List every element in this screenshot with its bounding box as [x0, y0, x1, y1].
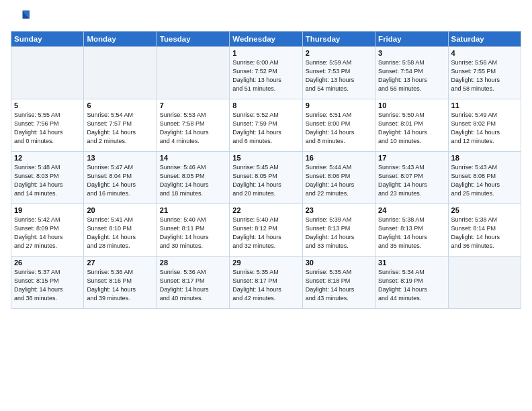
- day-info: Sunrise: 5:48 AMSunset: 8:03 PMDaylight:…: [14, 163, 81, 198]
- day-info: Sunrise: 5:46 AMSunset: 8:05 PMDaylight:…: [160, 163, 226, 198]
- day-cell: 13Sunrise: 5:47 AMSunset: 8:04 PMDayligh…: [84, 152, 157, 204]
- day-number: 14: [160, 154, 226, 162]
- day-cell: 17Sunrise: 5:43 AMSunset: 8:07 PMDayligh…: [375, 152, 448, 204]
- header: [11, 8, 521, 27]
- weekday-header-saturday: Saturday: [448, 32, 521, 47]
- day-info: Sunrise: 5:38 AMSunset: 8:13 PMDaylight:…: [378, 216, 445, 250]
- day-cell: 21Sunrise: 5:40 AMSunset: 8:11 PMDayligh…: [157, 204, 229, 257]
- day-number: 20: [87, 206, 153, 214]
- day-info: Sunrise: 5:52 AMSunset: 7:59 PMDaylight:…: [232, 111, 299, 146]
- day-number: 12: [14, 154, 81, 162]
- day-number: 13: [87, 154, 153, 162]
- day-info: Sunrise: 5:42 AMSunset: 8:09 PMDaylight:…: [14, 216, 81, 250]
- day-info: Sunrise: 5:58 AMSunset: 7:54 PMDaylight:…: [378, 58, 445, 93]
- day-number: 17: [378, 154, 445, 162]
- day-info: Sunrise: 5:56 AMSunset: 7:55 PMDaylight:…: [451, 58, 518, 93]
- day-number: 10: [378, 101, 445, 109]
- day-info: Sunrise: 5:36 AMSunset: 8:16 PMDaylight:…: [87, 268, 153, 303]
- weekday-header-row: SundayMondayTuesdayWednesdayThursdayFrid…: [11, 32, 521, 47]
- day-number: 11: [451, 101, 518, 109]
- day-info: Sunrise: 5:43 AMSunset: 8:07 PMDaylight:…: [378, 163, 445, 198]
- day-number: 9: [306, 101, 372, 109]
- day-info: Sunrise: 5:59 AMSunset: 7:53 PMDaylight:…: [306, 58, 372, 93]
- day-number: 22: [232, 206, 299, 214]
- day-number: 21: [160, 206, 226, 214]
- day-info: Sunrise: 5:47 AMSunset: 8:04 PMDaylight:…: [87, 163, 153, 198]
- day-info: Sunrise: 5:51 AMSunset: 8:00 PMDaylight:…: [306, 111, 372, 146]
- day-cell: 1Sunrise: 6:00 AMSunset: 7:52 PMDaylight…: [230, 47, 302, 99]
- day-cell: 15Sunrise: 5:45 AMSunset: 8:05 PMDayligh…: [230, 152, 302, 204]
- day-cell: 31Sunrise: 5:34 AMSunset: 8:19 PMDayligh…: [375, 257, 448, 309]
- day-cell: [448, 257, 521, 309]
- calendar: SundayMondayTuesdayWednesdayThursdayFrid…: [11, 31, 521, 309]
- day-number: 19: [14, 206, 81, 214]
- weekday-header-thursday: Thursday: [302, 32, 375, 47]
- day-cell: 20Sunrise: 5:41 AMSunset: 8:10 PMDayligh…: [84, 204, 157, 257]
- weekday-header-sunday: Sunday: [11, 32, 84, 47]
- day-info: Sunrise: 5:43 AMSunset: 8:08 PMDaylight:…: [451, 163, 518, 198]
- day-cell: 24Sunrise: 5:38 AMSunset: 8:13 PMDayligh…: [375, 204, 448, 257]
- day-number: 8: [232, 101, 299, 109]
- day-number: 6: [87, 101, 153, 109]
- day-number: 26: [14, 259, 81, 267]
- day-info: Sunrise: 6:00 AMSunset: 7:52 PMDaylight:…: [232, 58, 299, 93]
- day-number: 7: [160, 101, 226, 109]
- day-cell: 30Sunrise: 5:35 AMSunset: 8:18 PMDayligh…: [302, 257, 375, 309]
- weekday-header-wednesday: Wednesday: [230, 32, 302, 47]
- day-info: Sunrise: 5:38 AMSunset: 8:14 PMDaylight:…: [451, 216, 518, 250]
- day-cell: 27Sunrise: 5:36 AMSunset: 8:16 PMDayligh…: [84, 257, 157, 309]
- day-cell: 11Sunrise: 5:49 AMSunset: 8:02 PMDayligh…: [448, 99, 521, 152]
- day-cell: 28Sunrise: 5:36 AMSunset: 8:17 PMDayligh…: [157, 257, 229, 309]
- day-cell: 14Sunrise: 5:46 AMSunset: 8:05 PMDayligh…: [157, 152, 229, 204]
- week-row-5: 26Sunrise: 5:37 AMSunset: 8:15 PMDayligh…: [11, 257, 521, 309]
- day-info: Sunrise: 5:53 AMSunset: 7:58 PMDaylight:…: [160, 111, 226, 146]
- day-number: 30: [306, 259, 372, 267]
- day-number: 16: [306, 154, 372, 162]
- day-number: 18: [451, 154, 518, 162]
- weekday-header-monday: Monday: [84, 32, 157, 47]
- week-row-3: 12Sunrise: 5:48 AMSunset: 8:03 PMDayligh…: [11, 152, 521, 204]
- day-cell: 16Sunrise: 5:44 AMSunset: 8:06 PMDayligh…: [302, 152, 375, 204]
- day-cell: 29Sunrise: 5:35 AMSunset: 8:17 PMDayligh…: [230, 257, 302, 309]
- day-number: 1: [232, 49, 299, 57]
- day-number: 5: [14, 101, 81, 109]
- day-cell: 6Sunrise: 5:54 AMSunset: 7:57 PMDaylight…: [84, 99, 157, 152]
- day-number: 2: [306, 49, 372, 57]
- day-info: Sunrise: 5:44 AMSunset: 8:06 PMDaylight:…: [306, 163, 372, 198]
- day-cell: 5Sunrise: 5:55 AMSunset: 7:56 PMDaylight…: [11, 99, 84, 152]
- day-cell: 18Sunrise: 5:43 AMSunset: 8:08 PMDayligh…: [448, 152, 521, 204]
- logo-icon: [11, 8, 30, 27]
- day-info: Sunrise: 5:34 AMSunset: 8:19 PMDaylight:…: [378, 268, 445, 303]
- day-cell: 4Sunrise: 5:56 AMSunset: 7:55 PMDaylight…: [448, 47, 521, 99]
- day-info: Sunrise: 5:40 AMSunset: 8:11 PMDaylight:…: [160, 216, 226, 250]
- day-info: Sunrise: 5:36 AMSunset: 8:17 PMDaylight:…: [160, 268, 226, 303]
- day-cell: 26Sunrise: 5:37 AMSunset: 8:15 PMDayligh…: [11, 257, 84, 309]
- day-cell: 22Sunrise: 5:40 AMSunset: 8:12 PMDayligh…: [230, 204, 302, 257]
- day-cell: [11, 47, 84, 99]
- day-cell: 19Sunrise: 5:42 AMSunset: 8:09 PMDayligh…: [11, 204, 84, 257]
- day-info: Sunrise: 5:41 AMSunset: 8:10 PMDaylight:…: [87, 216, 153, 250]
- day-info: Sunrise: 5:50 AMSunset: 8:01 PMDaylight:…: [378, 111, 445, 146]
- day-cell: 9Sunrise: 5:51 AMSunset: 8:00 PMDaylight…: [302, 99, 375, 152]
- logo: [11, 8, 32, 27]
- day-number: 31: [378, 259, 445, 267]
- weekday-header-tuesday: Tuesday: [157, 32, 229, 47]
- day-number: 25: [451, 206, 518, 214]
- week-row-4: 19Sunrise: 5:42 AMSunset: 8:09 PMDayligh…: [11, 204, 521, 257]
- day-info: Sunrise: 5:54 AMSunset: 7:57 PMDaylight:…: [87, 111, 153, 146]
- day-cell: [84, 47, 157, 99]
- day-number: 15: [232, 154, 299, 162]
- week-row-2: 5Sunrise: 5:55 AMSunset: 7:56 PMDaylight…: [11, 99, 521, 152]
- day-number: 27: [87, 259, 153, 267]
- day-cell: 23Sunrise: 5:39 AMSunset: 8:13 PMDayligh…: [302, 204, 375, 257]
- day-cell: 7Sunrise: 5:53 AMSunset: 7:58 PMDaylight…: [157, 99, 229, 152]
- day-info: Sunrise: 5:35 AMSunset: 8:17 PMDaylight:…: [232, 268, 299, 303]
- day-info: Sunrise: 5:40 AMSunset: 8:12 PMDaylight:…: [232, 216, 299, 250]
- week-row-1: 1Sunrise: 6:00 AMSunset: 7:52 PMDaylight…: [11, 47, 521, 99]
- day-cell: 3Sunrise: 5:58 AMSunset: 7:54 PMDaylight…: [375, 47, 448, 99]
- day-cell: 12Sunrise: 5:48 AMSunset: 8:03 PMDayligh…: [11, 152, 84, 204]
- day-number: 3: [378, 49, 445, 57]
- day-number: 4: [451, 49, 518, 57]
- day-number: 29: [232, 259, 299, 267]
- day-number: 24: [378, 206, 445, 214]
